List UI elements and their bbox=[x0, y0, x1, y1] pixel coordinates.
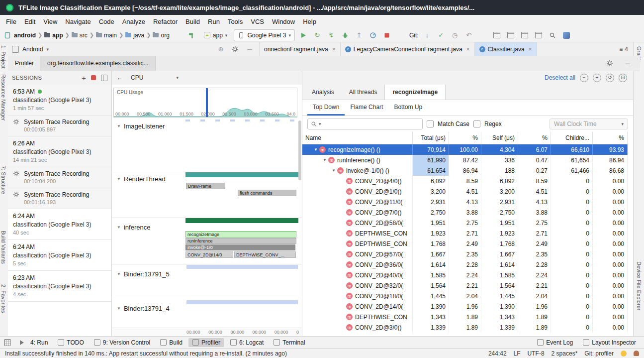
editor-tab[interactable]: onnectionFragment.java× bbox=[260, 42, 341, 56]
strip-button-build-variants[interactable]: Build Variants bbox=[0, 231, 6, 264]
session-entry[interactable]: 6:53 AMclassification (Google Pixel 3)1 … bbox=[8, 85, 111, 116]
avd-manager-button[interactable] bbox=[505, 30, 516, 41]
project-structure-button[interactable] bbox=[533, 30, 544, 41]
trace-event-conv2d[interactable]: CONV_2D@14/0 bbox=[185, 251, 233, 258]
menu-file[interactable]: File bbox=[2, 16, 20, 27]
trace-event-invoke[interactable]: invoke@-1/0 bbox=[185, 244, 295, 250]
table-row[interactable]: mCONV_2D@40/0(1,5852.241,5852.2400.00 bbox=[302, 270, 628, 280]
git-rollback-button[interactable]: ↶ bbox=[463, 30, 474, 41]
column-header[interactable]: Self (μs) bbox=[481, 132, 518, 144]
hidden-tabs-button[interactable]: ≡ 4 bbox=[614, 42, 633, 56]
trace-event-flush-commands[interactable]: flush commands bbox=[238, 190, 296, 196]
breadcrumb-item-src[interactable]: src bbox=[72, 32, 88, 39]
menu-build[interactable]: Build bbox=[182, 16, 204, 27]
thread-row-renderthread[interactable]: ▼ RenderThread bbox=[117, 175, 166, 183]
collapse-icon[interactable]: ▼ bbox=[117, 272, 121, 276]
recording-entry[interactable]: System Trace Recording00:00:05.897 bbox=[8, 116, 111, 136]
feedback-smiley-icon[interactable] bbox=[621, 351, 627, 357]
table-row[interactable]: mCONV_2D@36/0(1,6142.281,6142.2800.00 bbox=[302, 259, 628, 270]
thread-row-binder4[interactable]: ▼ Binder:13791_4 bbox=[117, 305, 170, 312]
collapse-icon[interactable]: ▼ bbox=[117, 225, 121, 230]
breadcrumb-item-java[interactable]: java bbox=[125, 32, 144, 39]
column-header[interactable]: Name bbox=[302, 132, 413, 144]
strip-button-device-file-explorer[interactable]: Device File Explorer bbox=[636, 261, 642, 310]
collapse-icon[interactable]: ▼ bbox=[117, 306, 121, 311]
git-branch-indicator[interactable]: Git: profiler bbox=[584, 350, 614, 357]
collapse-sessions-button[interactable]: ← bbox=[117, 74, 123, 81]
search-everywhere-button[interactable] bbox=[547, 30, 558, 41]
table-row[interactable]: mDEPTHWISE_CON1,7682.491,7682.4900.00 bbox=[302, 239, 628, 249]
apply-changes-button[interactable]: ↻ bbox=[312, 30, 323, 41]
table-row[interactable]: mCONV_2D@7/0()2,7503.882,7503.8800.00 bbox=[302, 207, 628, 218]
strip-button-resource-manager[interactable]: Resource Manager bbox=[0, 74, 6, 121]
table-row[interactable]: ▼mrunInference() ()61,99087.423360.4761,… bbox=[302, 155, 628, 165]
profiler-type-selector[interactable]: CPU ▾ bbox=[131, 74, 179, 81]
build-button[interactable] bbox=[186, 30, 197, 41]
encoding-indicator[interactable]: UTF-8 bbox=[528, 350, 545, 357]
editor-tab[interactable]: cLegacyCameraConnectionFragment.java× bbox=[341, 42, 475, 56]
tool-window-button-event-log[interactable]: Event Log bbox=[533, 338, 577, 347]
column-header[interactable]: % bbox=[449, 132, 481, 144]
breadcrumb-item-org[interactable]: org bbox=[153, 32, 169, 39]
strip-button-7-structure[interactable]: 7: Structure bbox=[0, 166, 6, 194]
table-row[interactable]: mDEPTHWISE_CON1,3431.891,3431.8900.00 bbox=[302, 312, 628, 322]
filter-input[interactable] bbox=[323, 120, 419, 128]
table-row[interactable]: mCONV_2D@18/0(1,4452.041,4452.0400.00 bbox=[302, 291, 628, 301]
stop-button[interactable] bbox=[381, 30, 392, 41]
tool-window-switcher-icon[interactable] bbox=[4, 339, 11, 346]
status-message[interactable]: Install successfully finished in 140 ms.… bbox=[5, 350, 287, 357]
thread-row-imagelistener[interactable]: ▼ ImageListener bbox=[117, 122, 165, 130]
close-tab-icon[interactable]: × bbox=[529, 46, 532, 53]
table-row[interactable]: mDEPTHWISE_CON1,9232.711,9232.7100.00 bbox=[302, 228, 628, 239]
trace-event-runinference[interactable]: runInference bbox=[185, 238, 296, 244]
thread-row-inference[interactable]: ▼ inference bbox=[117, 224, 150, 231]
column-header[interactable]: Total (μs) bbox=[413, 132, 449, 144]
column-header[interactable]: % bbox=[518, 132, 551, 144]
tool-window-button-6-logcat[interactable]: 6: Logcat bbox=[226, 338, 268, 347]
collapse-icon[interactable]: ▼ bbox=[117, 124, 121, 128]
project-settings-button[interactable] bbox=[230, 44, 241, 55]
table-row[interactable]: ▼minvoke@-1/0() ()61,65486.941880.2761,4… bbox=[302, 165, 628, 176]
run-button[interactable] bbox=[298, 30, 309, 41]
menu-navigate[interactable]: Navigate bbox=[61, 16, 94, 27]
analysis-tab-all-threads[interactable]: All threads bbox=[342, 85, 385, 100]
tool-window-button-4-run[interactable]: 4: Run bbox=[16, 338, 52, 347]
reset-zoom-button[interactable]: ↺ bbox=[606, 74, 614, 82]
sdk-manager-button[interactable] bbox=[519, 30, 530, 41]
breadcrumb-item-app[interactable]: app bbox=[44, 32, 63, 39]
table-row[interactable]: mCONV_2D@32/0(1,5642.211,5642.2100.00 bbox=[302, 280, 628, 291]
subtab-top-down[interactable]: Top Down bbox=[307, 100, 345, 116]
table-row[interactable]: mCONV_2D@4/0()6,0928.596,0928.5900.00 bbox=[302, 176, 628, 186]
trace-event-depthwise-conv[interactable]: DEPTHWISE_CONV_... bbox=[234, 251, 296, 258]
subtab-flame-chart[interactable]: Flame Chart bbox=[345, 100, 388, 116]
device-manager-button[interactable] bbox=[491, 30, 502, 41]
regex-checkbox[interactable] bbox=[473, 120, 480, 127]
recording-entry[interactable]: System Trace Recording00:01:16.193 bbox=[8, 188, 111, 209]
git-history-button[interactable]: ◷ bbox=[450, 30, 460, 41]
tool-window-button-layout-inspector[interactable]: Layout Inspector bbox=[579, 338, 640, 347]
profile-app-button[interactable] bbox=[368, 30, 378, 41]
trace-event-recognizeimage[interactable]: recognizeImage bbox=[185, 231, 296, 238]
deselect-all-link[interactable]: Deselect all bbox=[545, 74, 575, 81]
breadcrumb-item-main[interactable]: main bbox=[96, 32, 117, 39]
analysis-tab-analysis[interactable]: Analysis bbox=[304, 85, 342, 100]
zoom-out-button[interactable]: − bbox=[580, 74, 588, 82]
project-view-selector[interactable]: Android bbox=[22, 46, 43, 53]
table-row[interactable]: mCONV_2D@57/0(1,6672.351,6672.3500.00 bbox=[302, 249, 628, 259]
menu-vcs[interactable]: VCS bbox=[247, 16, 268, 27]
breadcrumb-item-android[interactable]: android bbox=[14, 32, 36, 39]
editor-tab[interactable]: cClassifier.java× bbox=[475, 42, 537, 56]
timeline-scrollbar[interactable] bbox=[298, 120, 301, 180]
cpu-usage-chart[interactable]: CPU Usage 00.00000.50001.00001.50002.000… bbox=[113, 88, 297, 118]
minimize-panel-button[interactable]: ─ bbox=[622, 58, 633, 69]
session-entry[interactable]: 6:24 AMclassification (Google Pixel 3)40… bbox=[8, 209, 111, 240]
clock-mode-selector[interactable]: Wall Clock Time ▾ bbox=[550, 119, 628, 129]
session-entry[interactable]: 6:23 AMclassification (Google Pixel 3)4 … bbox=[8, 271, 111, 302]
menu-tools[interactable]: Tools bbox=[224, 16, 247, 27]
close-tab-icon[interactable]: × bbox=[332, 46, 336, 53]
column-header[interactable]: % bbox=[593, 132, 628, 144]
locate-file-button[interactable]: ⊕ bbox=[215, 44, 226, 55]
table-row[interactable]: ▼mrecognizeImage() ()70,914100.004,3046.… bbox=[302, 144, 628, 155]
tool-window-button-build[interactable]: Build bbox=[156, 338, 186, 347]
menu-help[interactable]: Help bbox=[299, 16, 320, 27]
